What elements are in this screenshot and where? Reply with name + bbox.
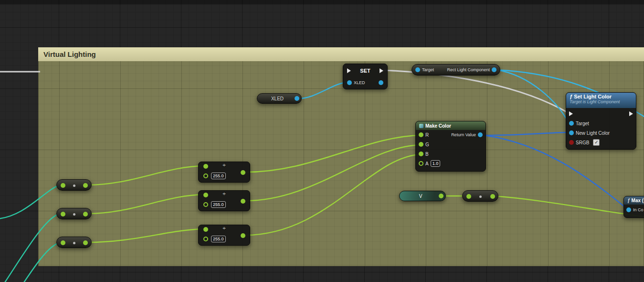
node-title: SET (360, 68, 370, 74)
comment-box: Virtual Lighting (38, 47, 644, 266)
node-label: Rect Light Component (434, 67, 490, 72)
return-value-pin[interactable] (478, 132, 483, 137)
exec-out-pin[interactable] (629, 111, 633, 116)
divisor-pin[interactable] (203, 237, 208, 241)
function-icon: ƒ (627, 198, 630, 203)
result-pin[interactable] (241, 233, 245, 238)
function-icon: ƒ (570, 94, 572, 99)
new-light-color-label: New Light Color (576, 130, 610, 136)
r-pin[interactable] (419, 132, 423, 137)
node-dot (73, 242, 75, 244)
node-title: Max ( (632, 198, 644, 203)
set-xled-node[interactable]: SET XLED (343, 64, 388, 89)
pill-input-pin[interactable] (61, 240, 65, 245)
exec-in-pin[interactable] (347, 68, 351, 73)
comment-body (38, 61, 644, 266)
srgb-label: SRGB (576, 140, 589, 145)
pill-output-pin[interactable] (83, 212, 88, 217)
divisor-value-input[interactable]: 255.0 (211, 236, 226, 242)
target-label: Target (576, 121, 589, 126)
target-pin[interactable] (569, 121, 574, 126)
a-label: A (425, 161, 429, 166)
pill-input-pin[interactable] (466, 194, 471, 199)
in-color-label: In Co (633, 207, 644, 212)
node-title: Make Color (425, 123, 451, 129)
divide-node-2[interactable]: ÷ 255.0 (198, 190, 250, 211)
pill-output-pin[interactable] (83, 240, 88, 245)
xled-output-pin[interactable] (379, 80, 383, 85)
variable-label: V (400, 194, 439, 199)
node-dot (73, 184, 75, 187)
top-shade (0, 0, 644, 4)
rect-light-component-node[interactable]: Target Rect Light Component (412, 64, 500, 76)
srgb-checkbox[interactable] (593, 139, 600, 146)
divide-node-3[interactable]: ÷ 255.0 (198, 225, 250, 246)
divisor-pin[interactable] (203, 202, 208, 207)
divisor-value-input[interactable]: 255.0 (211, 173, 226, 179)
node-dot (479, 195, 482, 198)
divide-node-1[interactable]: ÷ 255.0 (198, 162, 250, 183)
comment-title[interactable]: Virtual Lighting (38, 47, 644, 61)
pin-label: XLED (354, 80, 365, 85)
new-light-color-pin[interactable] (569, 130, 574, 135)
make-color-icon (419, 124, 423, 128)
in-color-pin[interactable] (626, 207, 631, 212)
xled-input-pin[interactable] (347, 80, 352, 85)
pill-input-pin[interactable] (61, 183, 65, 188)
set-light-color-node[interactable]: ƒSet Light Color Target is Light Compone… (566, 92, 636, 150)
xled-getter-node[interactable]: XLED (257, 93, 302, 104)
pill-output-pin[interactable] (83, 183, 88, 188)
result-pin[interactable] (241, 170, 245, 175)
r-label: R (425, 132, 429, 138)
divisor-value-input[interactable]: 255.0 (211, 201, 226, 208)
exec-in-pin[interactable] (569, 111, 573, 116)
component-output-pin[interactable] (492, 67, 496, 72)
b-label: B (425, 152, 429, 157)
node-dot (73, 213, 75, 216)
v-output-pin[interactable] (439, 194, 443, 198)
srgb-pin[interactable] (569, 140, 574, 145)
pill-output-pin[interactable] (490, 194, 495, 199)
variable-label: XLED (257, 96, 295, 101)
blueprint-graph[interactable]: Virtual Lighting SET (0, 0, 644, 282)
return-value-label: Return Value (451, 132, 476, 137)
b-pin[interactable] (419, 152, 423, 156)
node-title: Set Light Color (574, 94, 612, 99)
target-pin-label: Target (422, 67, 434, 72)
conversion-pill-1[interactable] (56, 179, 92, 191)
divisor-pin[interactable] (203, 174, 208, 178)
node-subtitle: Target is Light Component (570, 99, 633, 104)
result-pin[interactable] (241, 199, 245, 204)
a-value-input[interactable]: 1.0 (431, 160, 441, 167)
conversion-pill-3[interactable] (56, 237, 92, 248)
dividend-pin[interactable] (203, 227, 208, 232)
conversion-pill-4[interactable] (462, 190, 498, 202)
exec-out-pin[interactable] (380, 68, 383, 73)
g-label: G (425, 142, 429, 147)
dividend-pin[interactable] (203, 164, 208, 169)
conversion-pill-2[interactable] (56, 208, 92, 219)
pill-input-pin[interactable] (61, 212, 65, 217)
a-pin[interactable] (419, 161, 423, 166)
v-getter-node[interactable]: V (399, 191, 446, 201)
make-color-node[interactable]: Make Color R Return Value G B A 1.0 (415, 121, 486, 172)
xled-getter-output-pin[interactable] (295, 96, 299, 101)
g-pin[interactable] (419, 142, 423, 147)
target-input-pin[interactable] (415, 67, 420, 72)
dividend-pin[interactable] (203, 193, 208, 197)
max-node[interactable]: ƒ Max ( In Co (623, 196, 644, 218)
